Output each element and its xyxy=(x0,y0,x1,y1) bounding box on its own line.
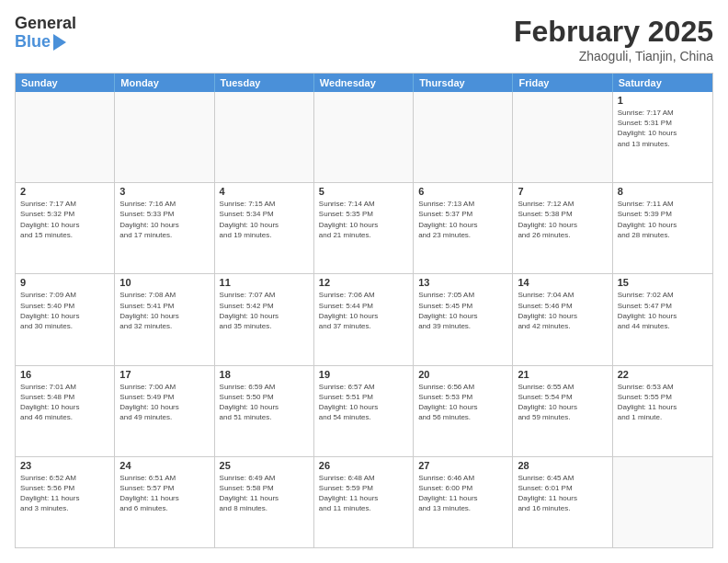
empty-cell-0-3 xyxy=(314,92,414,182)
weekday-header-thursday: Thursday xyxy=(414,74,513,92)
day-info: Sunrise: 6:48 AM Sunset: 5:59 PM Dayligh… xyxy=(319,473,408,514)
day-number: 11 xyxy=(220,277,309,288)
day-cell-5: 5Sunrise: 7:14 AM Sunset: 5:35 PM Daylig… xyxy=(314,183,414,273)
day-number: 22 xyxy=(618,369,708,380)
day-number: 18 xyxy=(220,369,309,380)
empty-cell-0-0 xyxy=(16,92,115,182)
calendar-header: SundayMondayTuesdayWednesdayThursdayFrid… xyxy=(16,74,712,92)
empty-cell-4-6 xyxy=(613,457,712,547)
day-number: 5 xyxy=(319,186,408,197)
day-cell-22: 22Sunrise: 6:53 AM Sunset: 5:55 PM Dayli… xyxy=(613,366,712,456)
calendar-row-3: 16Sunrise: 7:01 AM Sunset: 5:48 PM Dayli… xyxy=(16,366,712,457)
page: General Blue February 2025 Zhaoguli, Tia… xyxy=(0,0,728,563)
day-cell-20: 20Sunrise: 6:56 AM Sunset: 5:53 PM Dayli… xyxy=(414,366,513,456)
day-info: Sunrise: 7:06 AM Sunset: 5:44 PM Dayligh… xyxy=(319,290,408,331)
day-info: Sunrise: 7:17 AM Sunset: 5:32 PM Dayligh… xyxy=(20,199,109,240)
day-info: Sunrise: 7:00 AM Sunset: 5:49 PM Dayligh… xyxy=(119,382,209,423)
day-number: 13 xyxy=(418,277,507,288)
day-number: 7 xyxy=(518,186,607,197)
day-cell-28: 28Sunrise: 6:45 AM Sunset: 6:01 PM Dayli… xyxy=(513,457,612,547)
day-number: 2 xyxy=(20,186,109,197)
day-info: Sunrise: 7:07 AM Sunset: 5:42 PM Dayligh… xyxy=(220,290,309,331)
day-cell-25: 25Sunrise: 6:49 AM Sunset: 5:58 PM Dayli… xyxy=(215,457,314,547)
calendar-row-1: 2Sunrise: 7:17 AM Sunset: 5:32 PM Daylig… xyxy=(16,183,712,274)
day-number: 24 xyxy=(119,460,209,471)
day-number: 17 xyxy=(119,369,209,380)
day-number: 1 xyxy=(618,95,708,106)
day-info: Sunrise: 6:57 AM Sunset: 5:51 PM Dayligh… xyxy=(319,382,408,423)
day-info: Sunrise: 7:12 AM Sunset: 5:38 PM Dayligh… xyxy=(518,199,607,240)
day-number: 16 xyxy=(20,369,109,380)
day-info: Sunrise: 6:56 AM Sunset: 5:53 PM Dayligh… xyxy=(418,382,507,423)
day-cell-9: 9Sunrise: 7:09 AM Sunset: 5:40 PM Daylig… xyxy=(16,274,115,364)
location: Zhaoguli, Tianjin, China xyxy=(514,49,713,63)
day-number: 21 xyxy=(518,369,607,380)
day-number: 15 xyxy=(618,277,708,288)
empty-cell-0-4 xyxy=(414,92,513,182)
day-cell-11: 11Sunrise: 7:07 AM Sunset: 5:42 PM Dayli… xyxy=(215,274,314,364)
day-info: Sunrise: 7:11 AM Sunset: 5:39 PM Dayligh… xyxy=(618,199,708,240)
day-cell-14: 14Sunrise: 7:04 AM Sunset: 5:46 PM Dayli… xyxy=(513,274,612,364)
day-cell-21: 21Sunrise: 6:55 AM Sunset: 5:54 PM Dayli… xyxy=(513,366,612,456)
day-cell-1: 1Sunrise: 7:17 AM Sunset: 5:31 PM Daylig… xyxy=(613,92,712,182)
day-cell-18: 18Sunrise: 6:59 AM Sunset: 5:50 PM Dayli… xyxy=(215,366,314,456)
day-number: 19 xyxy=(319,369,408,380)
day-cell-19: 19Sunrise: 6:57 AM Sunset: 5:51 PM Dayli… xyxy=(314,366,414,456)
day-info: Sunrise: 6:51 AM Sunset: 5:57 PM Dayligh… xyxy=(119,473,209,514)
day-number: 10 xyxy=(119,277,209,288)
day-info: Sunrise: 7:01 AM Sunset: 5:48 PM Dayligh… xyxy=(20,382,109,423)
day-info: Sunrise: 6:49 AM Sunset: 5:58 PM Dayligh… xyxy=(220,473,309,514)
day-number: 14 xyxy=(518,277,607,288)
day-cell-13: 13Sunrise: 7:05 AM Sunset: 5:45 PM Dayli… xyxy=(414,274,513,364)
day-info: Sunrise: 6:45 AM Sunset: 6:01 PM Dayligh… xyxy=(518,473,607,514)
title-area: February 2025 Zhaoguli, Tianjin, China xyxy=(514,15,713,63)
day-cell-17: 17Sunrise: 7:00 AM Sunset: 5:49 PM Dayli… xyxy=(115,366,214,456)
day-cell-23: 23Sunrise: 6:52 AM Sunset: 5:56 PM Dayli… xyxy=(16,457,115,547)
day-cell-7: 7Sunrise: 7:12 AM Sunset: 5:38 PM Daylig… xyxy=(513,183,612,273)
logo-arrow-icon xyxy=(53,34,66,51)
weekday-header-wednesday: Wednesday xyxy=(314,74,414,92)
empty-cell-0-5 xyxy=(513,92,612,182)
day-info: Sunrise: 7:15 AM Sunset: 5:34 PM Dayligh… xyxy=(220,199,309,240)
day-number: 8 xyxy=(618,186,708,197)
day-number: 27 xyxy=(418,460,507,471)
weekday-header-sunday: Sunday xyxy=(16,74,115,92)
day-info: Sunrise: 6:55 AM Sunset: 5:54 PM Dayligh… xyxy=(518,382,607,423)
day-info: Sunrise: 7:16 AM Sunset: 5:33 PM Dayligh… xyxy=(119,199,209,240)
calendar-body: 1Sunrise: 7:17 AM Sunset: 5:31 PM Daylig… xyxy=(16,92,712,547)
day-number: 20 xyxy=(418,369,507,380)
day-info: Sunrise: 7:14 AM Sunset: 5:35 PM Dayligh… xyxy=(319,199,408,240)
logo-general: General xyxy=(15,15,76,33)
day-cell-27: 27Sunrise: 6:46 AM Sunset: 6:00 PM Dayli… xyxy=(414,457,513,547)
day-number: 28 xyxy=(518,460,607,471)
month-title: February 2025 xyxy=(514,15,713,49)
calendar: SundayMondayTuesdayWednesdayThursdayFrid… xyxy=(15,73,713,548)
empty-cell-0-1 xyxy=(115,92,214,182)
day-info: Sunrise: 6:52 AM Sunset: 5:56 PM Dayligh… xyxy=(20,473,109,514)
day-info: Sunrise: 6:53 AM Sunset: 5:55 PM Dayligh… xyxy=(618,382,708,423)
day-info: Sunrise: 7:13 AM Sunset: 5:37 PM Dayligh… xyxy=(418,199,507,240)
day-cell-12: 12Sunrise: 7:06 AM Sunset: 5:44 PM Dayli… xyxy=(314,274,414,364)
calendar-row-4: 23Sunrise: 6:52 AM Sunset: 5:56 PM Dayli… xyxy=(16,457,712,547)
day-info: Sunrise: 7:09 AM Sunset: 5:40 PM Dayligh… xyxy=(20,290,109,331)
day-info: Sunrise: 6:46 AM Sunset: 6:00 PM Dayligh… xyxy=(418,473,507,514)
day-cell-8: 8Sunrise: 7:11 AM Sunset: 5:39 PM Daylig… xyxy=(613,183,712,273)
day-number: 9 xyxy=(20,277,109,288)
day-cell-15: 15Sunrise: 7:02 AM Sunset: 5:47 PM Dayli… xyxy=(613,274,712,364)
day-number: 4 xyxy=(220,186,309,197)
day-cell-3: 3Sunrise: 7:16 AM Sunset: 5:33 PM Daylig… xyxy=(115,183,214,273)
weekday-header-tuesday: Tuesday xyxy=(215,74,314,92)
empty-cell-0-2 xyxy=(215,92,314,182)
day-info: Sunrise: 7:04 AM Sunset: 5:46 PM Dayligh… xyxy=(518,290,607,331)
day-cell-24: 24Sunrise: 6:51 AM Sunset: 5:57 PM Dayli… xyxy=(115,457,214,547)
weekday-header-friday: Friday xyxy=(513,74,612,92)
day-cell-16: 16Sunrise: 7:01 AM Sunset: 5:48 PM Dayli… xyxy=(16,366,115,456)
day-info: Sunrise: 6:59 AM Sunset: 5:50 PM Dayligh… xyxy=(220,382,309,423)
day-cell-10: 10Sunrise: 7:08 AM Sunset: 5:41 PM Dayli… xyxy=(115,274,214,364)
logo: General Blue xyxy=(15,15,76,52)
day-number: 3 xyxy=(119,186,209,197)
day-info: Sunrise: 7:17 AM Sunset: 5:31 PM Dayligh… xyxy=(618,108,708,149)
day-number: 25 xyxy=(220,460,309,471)
day-info: Sunrise: 7:05 AM Sunset: 5:45 PM Dayligh… xyxy=(418,290,507,331)
day-info: Sunrise: 7:02 AM Sunset: 5:47 PM Dayligh… xyxy=(618,290,708,331)
